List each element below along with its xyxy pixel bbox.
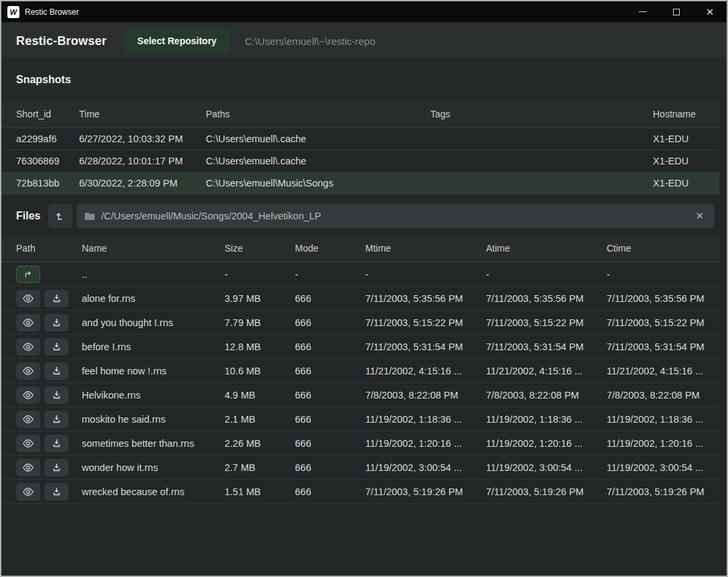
file-ctime: 7/8/2003, 8:22:08 PM [607, 390, 713, 401]
preview-file-button[interactable] [16, 411, 40, 428]
download-file-button[interactable] [44, 314, 68, 331]
file-mode: 666 [295, 342, 365, 352]
file-name: Helvikone.rns [82, 390, 225, 401]
file-name: sometimes better than.rns [82, 438, 225, 449]
preview-file-button[interactable] [16, 435, 40, 452]
file-name: before I.rns [82, 342, 225, 352]
snapshot-row[interactable]: a2299af6 6/27/2022, 10:03:32 PM C:\Users… [1, 128, 719, 150]
app-header: Restic-Browser Select Repository C:\User… [1, 22, 727, 60]
files-bar: Files /C/Users/emuell/Music/Songs/2004_H… [1, 199, 727, 233]
file-row[interactable]: wonder how it.rns 2.7 MB 666 11/19/2002,… [1, 456, 719, 480]
file-mode: 666 [295, 414, 365, 425]
download-file-button[interactable] [44, 290, 68, 307]
file-name: feel home now !.rns [82, 366, 225, 376]
file-mtime: 11/21/2002, 4:15:16 ... [365, 366, 486, 376]
files-path-bar[interactable]: /C/Users/emuell/Music/Songs/2004_Helveti… [76, 204, 715, 228]
file-size: 3.97 MB [225, 293, 295, 304]
file-row[interactable]: alone for.rns 3.97 MB 666 7/11/2003, 5:3… [1, 286, 719, 311]
file-size: 12.8 MB [225, 342, 295, 352]
file-ctime: 11/19/2002, 1:20:16 ... [607, 438, 713, 449]
clear-path-button[interactable]: ✕ [692, 209, 707, 223]
file-row[interactable]: wrecked because of.rns 1.51 MB 666 7/11/… [1, 480, 719, 504]
download-file-button[interactable] [44, 386, 68, 404]
window-title: Restic Browser [25, 7, 79, 17]
file-row[interactable]: Helvikone.rns 4.9 MB 666 7/8/2003, 8:22:… [1, 383, 719, 407]
file-row[interactable]: sometimes better than.rns 2.26 MB 666 11… [1, 431, 719, 456]
app-window: W Restic Browser ✕ Restic-Browser Select… [0, 0, 728, 577]
eye-icon [22, 366, 34, 376]
file-ctime: 7/11/2003, 5:15:22 PM [607, 317, 713, 328]
column-header-paths: Paths [206, 109, 430, 119]
file-atime: 7/11/2003, 5:35:56 PM [486, 293, 607, 304]
parent-directory-row[interactable]: .. - - - - - [1, 262, 719, 286]
select-repository-button[interactable]: Select Repository [124, 28, 230, 54]
snapshots-title: Snapshots [16, 74, 71, 86]
file-mode: 666 [295, 366, 365, 376]
eye-icon [22, 487, 34, 496]
column-header-mode: Mode [295, 243, 365, 254]
preview-file-button[interactable] [16, 290, 40, 307]
snapshots-table: a2299af6 6/27/2022, 10:03:32 PM C:\Users… [1, 128, 719, 195]
snapshot-row[interactable]: 76306869 6/28/2022, 10:01:17 PM C:\Users… [1, 150, 719, 172]
file-mtime: 7/11/2003, 5:31:54 PM [365, 342, 486, 352]
file-row[interactable]: feel home now !.rns 10.6 MB 666 11/21/20… [1, 359, 719, 383]
file-name: .. [82, 269, 225, 280]
file-name: wonder how it.rns [82, 462, 225, 473]
eye-icon [22, 439, 34, 448]
download-file-button[interactable] [44, 362, 68, 380]
column-header-size: Size [225, 243, 295, 254]
file-mtime: 7/11/2003, 5:35:56 PM [365, 293, 486, 304]
snapshot-short-id: 76306869 [16, 156, 79, 166]
file-atime: 11/21/2002, 4:15:16 ... [486, 366, 607, 376]
file-row[interactable]: and you thought I.rns 7.79 MB 666 7/11/2… [1, 311, 719, 335]
files-table-header: PathNameSizeModeMtimeAtimeCtime [1, 235, 719, 262]
titlebar[interactable]: W Restic Browser ✕ [1, 1, 727, 22]
download-file-button[interactable] [44, 459, 68, 476]
file-row[interactable]: moskito he said.rns 2.1 MB 666 11/19/200… [1, 407, 719, 431]
snapshot-paths: C:\Users\emuell\.cache [206, 156, 430, 166]
download-file-button[interactable] [44, 483, 68, 501]
preview-file-button[interactable] [16, 362, 40, 380]
preview-file-button[interactable] [16, 314, 40, 331]
eye-icon [22, 318, 34, 327]
file-row[interactable]: before I.rns 12.8 MB 666 7/11/2003, 5:31… [1, 335, 719, 359]
preview-file-button[interactable] [16, 386, 40, 404]
file-mtime: 11/19/2002, 3:00:54 ... [365, 462, 486, 473]
download-file-button[interactable] [44, 411, 68, 428]
preview-file-button[interactable] [16, 338, 40, 356]
file-mode: 666 [295, 390, 365, 401]
column-header-ctime: Ctime [607, 243, 713, 254]
files-path-value[interactable]: /C/Users/emuell/Music/Songs/2004_Helveti… [101, 211, 692, 221]
download-icon [52, 317, 62, 327]
download-file-button[interactable] [44, 338, 68, 356]
minimize-button[interactable] [626, 1, 660, 22]
maximize-button[interactable] [660, 1, 693, 22]
file-name: wrecked because of.rns [82, 486, 225, 497]
eye-icon [22, 342, 34, 352]
close-button[interactable]: ✕ [693, 1, 727, 22]
snapshot-paths: C:\Users\emuell\Music\Songs [206, 178, 430, 189]
download-icon [52, 438, 62, 448]
download-file-button[interactable] [44, 435, 68, 452]
preview-file-button[interactable] [16, 483, 40, 501]
eye-icon [22, 463, 34, 472]
go-parent-button[interactable] [16, 266, 40, 283]
maximize-icon [673, 9, 680, 15]
eye-icon [22, 294, 34, 303]
file-ctime: 11/19/2002, 1:18:36 ... [607, 414, 713, 425]
snapshot-row[interactable]: 72b813bb 6/30/2022, 2:28:09 PM C:\Users\… [1, 172, 719, 195]
column-header-tags: Tags [430, 109, 653, 119]
preview-file-button[interactable] [16, 459, 40, 476]
file-size: 7.79 MB [225, 317, 295, 328]
download-icon [52, 342, 62, 352]
column-header-atime: Atime [486, 243, 607, 254]
file-atime: 7/11/2003, 5:19:26 PM [486, 486, 607, 497]
snapshot-hostname: X1-EDU [653, 178, 710, 189]
file-ctime: 7/11/2003, 5:31:54 PM [607, 342, 713, 352]
file-name: moskito he said.rns [82, 414, 225, 425]
repository-path: C:\Users\emuell\~\restic-repo [245, 36, 375, 47]
file-mtime: 11/19/2002, 1:20:16 ... [365, 438, 486, 449]
app-title: Restic-Browser [16, 34, 107, 48]
close-icon: ✕ [706, 7, 715, 17]
go-up-level-button[interactable] [48, 204, 72, 228]
